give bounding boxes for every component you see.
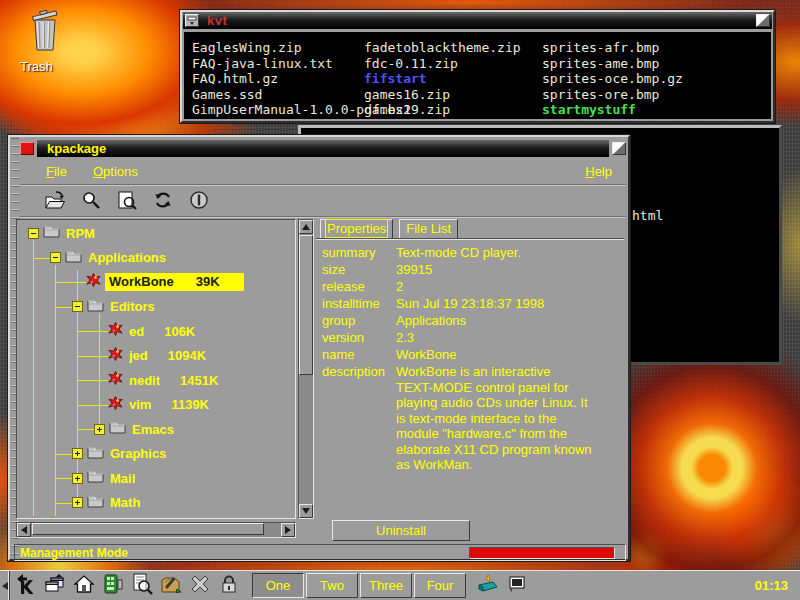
tree-item-math[interactable]: Math	[72, 492, 140, 514]
tree-collapse-toggle[interactable]	[50, 252, 61, 263]
uninstall-button[interactable]: Uninstall	[332, 520, 470, 541]
progress-bar	[469, 547, 615, 559]
menu-help[interactable]: Help	[585, 164, 612, 179]
trash-desktop-icon[interactable]: Trash	[12, 10, 76, 74]
window-menu-button[interactable]	[185, 14, 199, 27]
terminal-file-entry: sprites-afr.bmp	[542, 40, 683, 56]
close-button[interactable]	[20, 142, 34, 155]
reload-button[interactable]	[150, 189, 176, 213]
scroll-up-button[interactable]	[299, 220, 313, 234]
tree-item-jed[interactable]: jed1094K	[108, 345, 206, 367]
tree-guide-line	[55, 478, 72, 479]
workspace-button-two[interactable]: Two	[306, 573, 358, 598]
info-button[interactable]	[186, 189, 212, 213]
package-icon	[108, 371, 123, 389]
workspace-button-four[interactable]: Four	[414, 573, 466, 598]
package-icon	[108, 396, 123, 414]
workspace-button-three[interactable]: Three	[360, 573, 412, 598]
folder-icon	[87, 298, 104, 316]
tree-expand-toggle[interactable]	[72, 473, 83, 484]
vertical-scroll-thumb[interactable]	[299, 235, 313, 375]
property-value: 2.3	[396, 330, 414, 346]
window-list-icon	[43, 573, 67, 598]
tree-collapse-toggle[interactable]	[28, 228, 39, 239]
tree-item-label: Applications	[88, 250, 166, 265]
tree-collapse-toggle[interactable]	[72, 301, 83, 312]
terminal-window-button[interactable]	[504, 573, 530, 599]
tree-item-label: ed	[129, 324, 144, 339]
menu-options[interactable]: Options	[93, 164, 138, 179]
folder-icon	[43, 224, 60, 242]
maximize-button[interactable]	[612, 142, 626, 155]
find-package-button[interactable]	[114, 189, 140, 213]
address-book-icon	[102, 573, 124, 598]
tree-guide-line	[77, 331, 108, 332]
open-folder-button[interactable]	[42, 189, 68, 213]
find-button[interactable]	[78, 189, 104, 213]
kpackage-titlebar[interactable]: kpackage	[37, 140, 609, 157]
tree-item-workbone[interactable]: WorkBone39K	[86, 271, 244, 293]
home-icon	[73, 573, 95, 598]
scroll-right-button[interactable]	[281, 523, 295, 537]
tree-expand-toggle[interactable]	[72, 497, 83, 508]
tree-item-rpm[interactable]: RPM	[28, 222, 95, 244]
tab-properties[interactable]: Properties	[320, 219, 393, 239]
tree-horizontal-scrollbar[interactable]	[16, 522, 296, 538]
terminal-column: fadetoblacktheme.zipfdc-0.11.zipfifstart…	[364, 40, 521, 119]
home-button[interactable]	[71, 573, 97, 599]
tree-item-label: vim	[129, 397, 151, 412]
tree-item-nedit[interactable]: nedit1451K	[108, 369, 218, 391]
panel-hide-button[interactable]	[0, 571, 10, 600]
scroll-left-button[interactable]	[17, 523, 31, 537]
terminal-file-entry: games16.zip	[364, 87, 521, 103]
terminal-file-entry: fadetoblacktheme.zip	[364, 40, 521, 56]
package-size: 1094K	[168, 348, 206, 363]
tree-item-ed[interactable]: ed106K	[108, 320, 195, 342]
tree-item-emacs[interactable]: Emacs	[94, 418, 174, 440]
tree-item-label: Graphics	[110, 446, 166, 461]
tools-icon	[189, 573, 211, 598]
property-key: version	[322, 330, 364, 345]
property-key: name	[322, 347, 355, 362]
package-size: 1451K	[180, 373, 218, 388]
k-menu-button[interactable]	[13, 573, 39, 599]
property-value: WorkBone is an interactive TEXT-MODE con…	[396, 364, 592, 473]
file-manager-button[interactable]	[158, 573, 184, 599]
find-files-button[interactable]	[129, 573, 155, 599]
tree-vertical-scrollbar[interactable]	[298, 219, 314, 519]
property-value: 2	[396, 279, 403, 295]
tree-guide-line	[55, 454, 72, 455]
tree-guide-line	[33, 258, 50, 259]
tree-expand-toggle[interactable]	[94, 424, 105, 435]
address-book-button[interactable]	[100, 573, 126, 599]
kpackage-window[interactable]: kpackage FileOptionsHelp RPMApplications…	[8, 135, 630, 561]
terminal-window[interactable]: kvt EaglesWing.zipFAQ-java-linux.txtFAQ.…	[180, 10, 775, 123]
workspace-button-one[interactable]: One	[252, 573, 304, 598]
logout-button[interactable]	[475, 573, 501, 599]
tab-file-list[interactable]: File List	[399, 219, 458, 239]
window-list-button[interactable]	[42, 573, 68, 599]
folder-icon	[87, 445, 104, 463]
menu-file[interactable]: File	[46, 164, 67, 179]
tree-item-label: Math	[110, 495, 140, 510]
tools-button[interactable]	[187, 573, 213, 599]
status-bar: Management Mode	[14, 544, 626, 561]
scroll-down-button[interactable]	[299, 504, 313, 518]
package-size: 106K	[164, 324, 195, 339]
package-tree[interactable]: RPMApplicationsWorkBone39KEditorsed106Kj…	[16, 219, 296, 519]
tree-item-label: Editors	[110, 299, 155, 314]
maximize-button[interactable]	[756, 14, 770, 27]
property-key: size	[322, 262, 345, 277]
package-info-panel: PropertiesFile List summaryText-mode CD …	[316, 219, 624, 519]
tree-item-editors[interactable]: Editors	[72, 296, 155, 318]
terminal-column: sprites-afr.bmpsprites-ame.bmpsprites-oc…	[542, 40, 683, 119]
tree-item-mail[interactable]: Mail	[72, 467, 135, 489]
lock-button[interactable]	[216, 573, 242, 599]
horizontal-scroll-thumb[interactable]	[32, 523, 264, 535]
tree-item-vim[interactable]: vim1139K	[108, 394, 209, 416]
tree-item-applications[interactable]: Applications	[50, 247, 166, 269]
terminal-titlebar[interactable]: kvt	[183, 12, 772, 29]
tree-expand-toggle[interactable]	[72, 448, 83, 459]
tree-item-graphics[interactable]: Graphics	[72, 443, 166, 465]
terminal-file-entry: sprites-ame.bmp	[542, 56, 683, 72]
